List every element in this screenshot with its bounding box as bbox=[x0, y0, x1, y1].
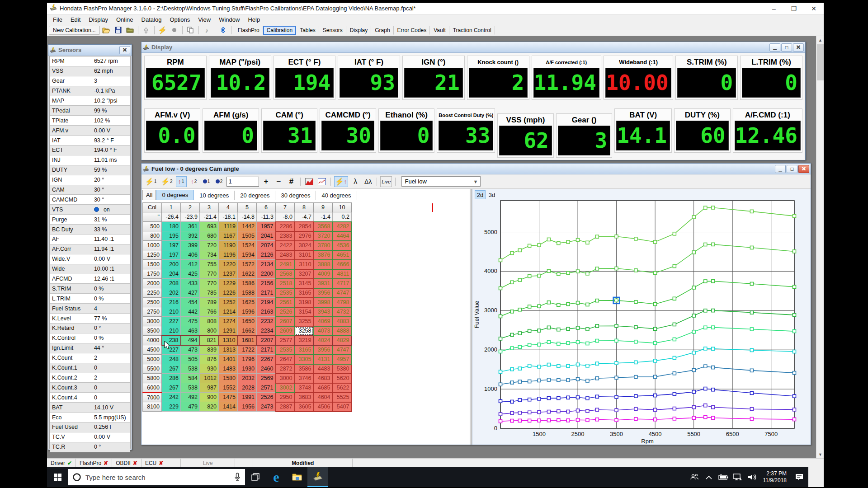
data-point[interactable] bbox=[704, 243, 707, 246]
data-point[interactable] bbox=[547, 238, 550, 241]
fuel-cell[interactable]: 766 bbox=[200, 307, 219, 317]
data-point[interactable] bbox=[793, 285, 796, 288]
fuel-cell[interactable]: 4651 bbox=[333, 250, 352, 260]
data-point[interactable] bbox=[557, 410, 560, 413]
fuel-cell[interactable]: 1588 bbox=[238, 288, 257, 298]
data-point[interactable] bbox=[499, 420, 502, 423]
data-point[interactable] bbox=[518, 380, 521, 383]
data-point[interactable] bbox=[615, 324, 618, 328]
fuel-cell[interactable]: 4666 bbox=[333, 260, 352, 269]
fuel-cell[interactable]: 538 bbox=[181, 383, 200, 393]
view-button-traction-control[interactable]: Traction Control bbox=[449, 26, 495, 35]
fuel-cell[interactable]: 2134 bbox=[257, 260, 276, 269]
fuel-cell[interactable]: 3002 bbox=[276, 383, 295, 393]
close-button[interactable]: ✕ bbox=[804, 3, 824, 14]
data-point[interactable] bbox=[712, 326, 715, 329]
fuel-cell[interactable]: 3305 bbox=[295, 355, 314, 364]
data-point[interactable] bbox=[557, 303, 560, 306]
fuel-cell[interactable]: 1796 bbox=[238, 355, 257, 364]
data-point[interactable] bbox=[793, 250, 796, 253]
data-point[interactable] bbox=[538, 305, 541, 308]
data-point[interactable] bbox=[576, 270, 580, 273]
fuel-cell[interactable]: 3024 bbox=[295, 241, 314, 250]
record-icon[interactable] bbox=[169, 25, 179, 35]
fuel-cell[interactable]: 479 bbox=[181, 402, 200, 412]
fuel-cell[interactable]: 789 bbox=[200, 298, 219, 307]
data-point[interactable] bbox=[634, 269, 637, 272]
menu-window[interactable]: Window bbox=[215, 15, 244, 24]
fuel-cell[interactable]: 1414 bbox=[219, 402, 238, 412]
fuel-cell[interactable]: 1524 bbox=[238, 241, 257, 250]
fuel-cell[interactable]: 2194 bbox=[257, 298, 276, 307]
fuel-cell[interactable]: 4883 bbox=[333, 317, 352, 326]
fuel-cell[interactable]: 1483 bbox=[219, 364, 238, 374]
data-point[interactable] bbox=[518, 249, 521, 252]
fuel-cell[interactable]: 3165 bbox=[295, 288, 314, 298]
fuel-cell[interactable]: 4747 bbox=[333, 345, 352, 355]
data-point[interactable] bbox=[712, 309, 715, 312]
data-point[interactable] bbox=[793, 394, 796, 398]
fuel-cell[interactable]: 1214 bbox=[219, 307, 238, 317]
display-titlebar[interactable]: Display ▁ ◻ 🗙 bbox=[142, 42, 805, 53]
data-point[interactable] bbox=[576, 326, 580, 329]
data-point[interactable] bbox=[576, 418, 580, 422]
fuel-cell[interactable]: 3931 bbox=[314, 279, 333, 288]
data-point[interactable] bbox=[595, 418, 599, 421]
fuel-cell[interactable]: 4536 bbox=[333, 241, 352, 250]
data-point[interactable] bbox=[518, 399, 521, 402]
fuel-cell[interactable]: 4282 bbox=[333, 222, 352, 231]
fuel-cell[interactable]: 2207 bbox=[257, 336, 276, 345]
data-point[interactable] bbox=[518, 278, 521, 282]
data-point[interactable] bbox=[750, 369, 753, 372]
network-icon[interactable] bbox=[731, 467, 745, 487]
fuel-cell[interactable]: 3780 bbox=[314, 241, 333, 250]
fuel-cell[interactable]: 2569 bbox=[257, 374, 276, 383]
fuel-cell[interactable]: 229 bbox=[162, 402, 181, 412]
fuel-cell[interactable]: 1190 bbox=[219, 241, 238, 250]
edge-icon[interactable]: e bbox=[266, 467, 287, 487]
fuel-cell[interactable]: 3568 bbox=[314, 222, 333, 231]
data-point[interactable] bbox=[654, 418, 657, 421]
data-point[interactable] bbox=[750, 348, 753, 352]
fuel-cell[interactable]: 473 bbox=[181, 345, 200, 355]
display-minimize-button[interactable]: ▁ bbox=[769, 43, 780, 52]
cam-tab-40-degrees[interactable]: 40 degrees bbox=[316, 191, 357, 200]
view-button-error-codes[interactable]: Error Codes bbox=[394, 26, 430, 35]
start-button[interactable] bbox=[47, 467, 68, 487]
data-point[interactable] bbox=[712, 416, 715, 419]
data-point[interactable] bbox=[615, 361, 618, 365]
marker-1-icon[interactable]: ↑1 bbox=[176, 176, 187, 187]
data-point[interactable] bbox=[704, 309, 707, 312]
data-point[interactable] bbox=[692, 369, 695, 372]
fuel-cell[interactable]: 494 bbox=[181, 336, 200, 345]
data-point[interactable] bbox=[692, 351, 695, 354]
fuel-cell[interactable]: 2535 bbox=[276, 288, 295, 298]
speaker-icon[interactable] bbox=[745, 467, 760, 487]
menu-edit[interactable]: Edit bbox=[66, 15, 85, 24]
fuel-cell[interactable]: 3720 bbox=[314, 231, 333, 241]
view-button-sensors[interactable]: Sensors bbox=[319, 26, 346, 35]
fuel-cell[interactable]: 2473 bbox=[257, 402, 276, 412]
data-point[interactable] bbox=[654, 342, 657, 345]
data-point[interactable] bbox=[750, 391, 753, 394]
data-point[interactable] bbox=[595, 408, 599, 411]
lambda-icon[interactable]: λ bbox=[350, 176, 361, 187]
fuel-cell[interactable]: 2950 bbox=[276, 393, 295, 402]
increase-button[interactable]: + bbox=[261, 176, 272, 187]
fuel-cell[interactable]: 4798 bbox=[333, 298, 352, 307]
data-point[interactable] bbox=[557, 272, 560, 276]
fuel-cell[interactable]: 734 bbox=[200, 250, 219, 260]
fuel-cell[interactable]: 3943 bbox=[314, 307, 333, 317]
fuel-cell[interactable]: 1229 bbox=[219, 279, 238, 288]
fuel-cell[interactable]: 4483 bbox=[314, 364, 333, 374]
fuel-cell[interactable]: 2526 bbox=[276, 307, 295, 317]
data-point[interactable] bbox=[538, 343, 541, 346]
fuel-cell[interactable]: 1310 bbox=[219, 336, 238, 345]
fuel-cell[interactable]: 1681 bbox=[238, 336, 257, 345]
fuel-chart[interactable]: 0100020003000400050001500250035004500550… bbox=[472, 200, 811, 444]
data-point[interactable] bbox=[499, 370, 502, 373]
fuel-cell[interactable]: 4073 bbox=[314, 326, 333, 336]
data-point[interactable] bbox=[595, 235, 599, 238]
data-point[interactable] bbox=[576, 341, 580, 344]
fuel-cell[interactable]: 210 bbox=[162, 307, 181, 317]
